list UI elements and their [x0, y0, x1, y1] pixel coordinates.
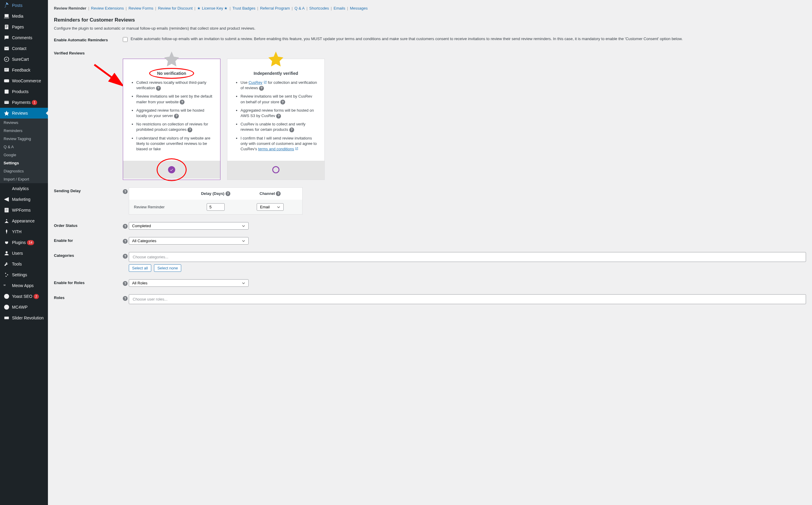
sidebar-item-label: Products: [12, 89, 28, 94]
help-icon[interactable]: ?: [276, 191, 281, 196]
sidebar-item-woocommerce[interactable]: WooCommerce: [0, 75, 48, 86]
sidebar-item-payments[interactable]: Payments1: [0, 97, 48, 108]
enable-auto-reminders-checkbox[interactable]: [123, 37, 128, 42]
no-verification-card[interactable]: No verification Collect reviews locally …: [123, 59, 221, 180]
select-none-button[interactable]: Select none: [154, 264, 181, 272]
sidebar-subitem-import-export[interactable]: Import / Export: [0, 175, 48, 183]
mail-icon: [4, 45, 10, 51]
no-verification-radio[interactable]: [168, 166, 175, 173]
settings-tabs: Review Reminder|Review Extensions|Review…: [54, 0, 806, 13]
list-item: Aggregated review forms will be hosted l…: [136, 108, 213, 119]
sidebar-item-meow-apps[interactable]: ᴹMeow Apps: [0, 280, 48, 291]
sidebar-item-yoast-seo[interactable]: Yoast SEO2: [0, 291, 48, 302]
page-icon: [4, 24, 10, 30]
sidebar-subitem-q-a[interactable]: Q & A: [0, 143, 48, 151]
no-verification-title: No verification: [157, 71, 186, 76]
svg-point-11: [6, 276, 7, 277]
sidebar-item-reviews[interactable]: Reviews: [0, 108, 48, 119]
svg-point-8: [6, 251, 8, 253]
enable-for-select[interactable]: All Categories: [129, 237, 249, 244]
sidebar-subitem-reviews[interactable]: Reviews: [0, 119, 48, 127]
help-icon[interactable]: ?: [180, 100, 184, 105]
sidebar-item-label: Tools: [12, 262, 22, 267]
help-icon[interactable]: ?: [259, 86, 264, 91]
tab-review-forms[interactable]: Review Forms: [129, 6, 153, 10]
tab-review-for-discount[interactable]: Review for Discount: [158, 6, 192, 10]
sidebar-item-mc4wp[interactable]: MC4WP: [0, 302, 48, 313]
sidebar-item-media[interactable]: Media: [0, 11, 48, 22]
select-all-button[interactable]: Select all: [129, 264, 151, 272]
delay-days-input[interactable]: [207, 203, 225, 211]
help-icon[interactable]: ?: [156, 86, 161, 91]
sidebar-item-comments[interactable]: Comments: [0, 32, 48, 43]
sidebar-item-users[interactable]: Users: [0, 248, 48, 259]
tab-separator: |: [194, 6, 195, 10]
sidebar-item-label: SureCart: [12, 57, 29, 62]
sidebar-item-slider-revolution[interactable]: Slider Revolution: [0, 313, 48, 323]
categories-input[interactable]: Choose categories...: [129, 252, 806, 262]
sidebar-subitem-reminders[interactable]: Reminders: [0, 127, 48, 135]
sidebar-item-appearance[interactable]: Appearance: [0, 215, 48, 226]
help-icon[interactable]: ?: [123, 189, 128, 194]
help-icon[interactable]: ?: [123, 296, 128, 301]
sidebar-item-products[interactable]: Products: [0, 86, 48, 97]
delay-days-header: Delay (Days): [201, 191, 224, 196]
tab-q-a[interactable]: Q & A: [294, 6, 305, 10]
sidebar-item-label: Pages: [12, 24, 24, 29]
settings-icon: [4, 272, 10, 278]
sidebar-item-tools[interactable]: Tools: [0, 259, 48, 270]
help-icon[interactable]: ?: [226, 191, 230, 196]
sidebar-item-yith[interactable]: YITH: [0, 226, 48, 237]
enable-auto-reminders-desc: Enable automatic follow-up emails with a…: [131, 36, 683, 41]
svg-rect-5: [4, 90, 8, 94]
help-icon[interactable]: ?: [280, 100, 285, 105]
order-status-select[interactable]: Completed: [129, 222, 249, 229]
sidebar-subitem-settings[interactable]: Settings: [0, 159, 48, 167]
help-icon[interactable]: ?: [289, 128, 294, 132]
tab-review-extensions[interactable]: Review Extensions: [91, 6, 124, 10]
sidebar-subitem-google[interactable]: Google: [0, 151, 48, 159]
independently-verified-card[interactable]: Independently verified Use CusRev for co…: [227, 59, 325, 180]
tab-trust-badges[interactable]: Trust Badges: [233, 6, 256, 10]
help-icon[interactable]: ?: [276, 114, 281, 119]
enable-for-roles-select[interactable]: All Roles: [129, 279, 249, 287]
help-icon[interactable]: ?: [187, 128, 192, 132]
independently-verified-radio[interactable]: [272, 166, 279, 173]
cusrev-link[interactable]: CusRev: [249, 80, 262, 85]
sidebar-item-wpforms[interactable]: WPForms: [0, 205, 48, 215]
slider-icon: [4, 315, 10, 321]
svg-text:ᴹ: ᴹ: [4, 284, 6, 288]
channel-select[interactable]: Email: [257, 203, 284, 211]
help-icon[interactable]: ?: [123, 281, 128, 286]
sidebar-subitem-diagnostics[interactable]: Diagnostics: [0, 167, 48, 175]
sidebar-item-pages[interactable]: Pages: [0, 22, 48, 32]
tab-shortcodes[interactable]: Shortcodes: [309, 6, 329, 10]
comment-icon: [4, 35, 10, 41]
sidebar-item-label: WooCommerce: [12, 78, 41, 83]
sidebar-item-contact[interactable]: Contact: [0, 43, 48, 54]
sidebar-item-surecart[interactable]: SureCart: [0, 54, 48, 65]
svg-rect-3: [4, 68, 9, 71]
help-icon[interactable]: ?: [123, 224, 128, 229]
tab-messages[interactable]: Messages: [350, 6, 368, 10]
sidebar-item-plugins[interactable]: Plugins14: [0, 237, 48, 248]
sidebar-item-settings[interactable]: Settings: [0, 270, 48, 280]
sidebar-item-analytics[interactable]: Analytics: [0, 183, 48, 194]
terms-link[interactable]: terms and conditions: [258, 147, 294, 151]
tab-separator: |: [88, 6, 89, 10]
tab--license-key-[interactable]: ★ License Key ★: [197, 6, 228, 10]
tab-review-reminder[interactable]: Review Reminder: [54, 6, 86, 10]
sidebar-item-marketing[interactable]: Marketing: [0, 194, 48, 205]
tab-emails[interactable]: Emails: [334, 6, 345, 10]
sidebar-subitem-review-tagging[interactable]: Review Tagging: [0, 135, 48, 143]
tab-referral-program[interactable]: Referral Program: [260, 6, 290, 10]
help-icon[interactable]: ?: [174, 114, 179, 119]
sidebar-item-label: Users: [12, 251, 23, 256]
tab-separator: |: [292, 6, 293, 10]
help-icon[interactable]: ?: [123, 254, 128, 259]
roles-input[interactable]: Choose user roles...: [129, 294, 806, 304]
sidebar-item-feedback[interactable]: Feedback: [0, 65, 48, 75]
sidebar-item-label: Plugins: [12, 240, 26, 245]
sidebar-item-posts[interactable]: Posts: [0, 0, 48, 11]
help-icon[interactable]: ?: [123, 239, 128, 244]
